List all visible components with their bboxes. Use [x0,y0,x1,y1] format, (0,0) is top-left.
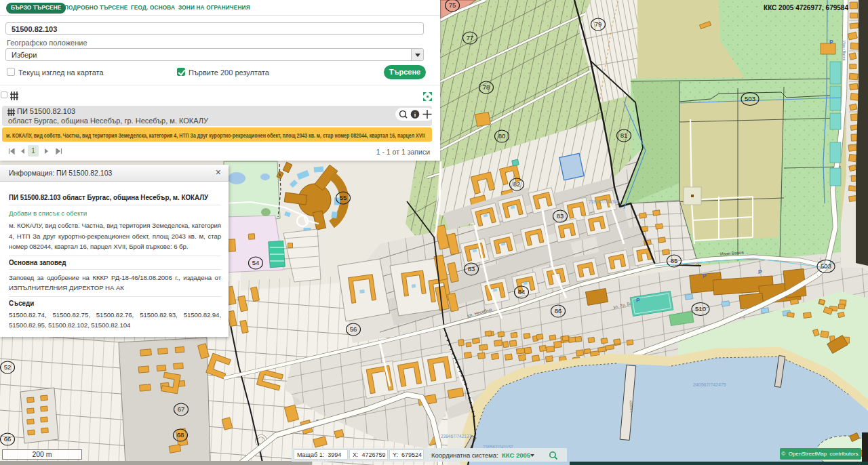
svg-text:77: 77 [467,34,474,41]
svg-text:83: 83 [557,212,564,220]
svg-text:82: 82 [513,180,521,188]
svg-text:81: 81 [620,132,628,139]
svg-text:503: 503 [745,95,755,102]
svg-text:503: 503 [821,262,831,270]
svg-text:ККС 2005 4726977, 679584: ККС 2005 4726977, 679584 [764,4,848,12]
svg-text:P: P [636,297,640,304]
svg-text:85: 85 [671,257,678,264]
svg-text:78: 78 [483,83,490,91]
svg-text:56: 56 [350,325,357,333]
svg-text:68: 68 [177,431,184,439]
svg-text:238467/742137: 238467/742137 [441,434,472,439]
svg-text:66: 66 [4,435,12,443]
svg-text:79: 79 [595,20,602,28]
svg-text:240567/742475: 240567/742475 [693,382,726,387]
svg-text:52: 52 [4,363,12,371]
svg-text:239967/741343: 239967/741343 [589,199,620,204]
svg-text:P: P [829,39,833,45]
svg-text:Иван Вазов: Иван Вазов [842,41,846,61]
svg-text:75: 75 [449,1,456,9]
svg-text:55: 55 [340,194,347,201]
svg-text:510: 510 [695,305,706,312]
svg-text:86: 86 [555,307,562,315]
svg-text:54: 54 [252,259,260,266]
svg-text:P: P [758,268,762,275]
svg-text:P: P [703,272,707,279]
svg-text:84: 84 [518,288,526,296]
svg-text:80: 80 [498,132,506,140]
svg-text:83: 83 [468,265,475,272]
svg-text:67: 67 [178,405,185,413]
